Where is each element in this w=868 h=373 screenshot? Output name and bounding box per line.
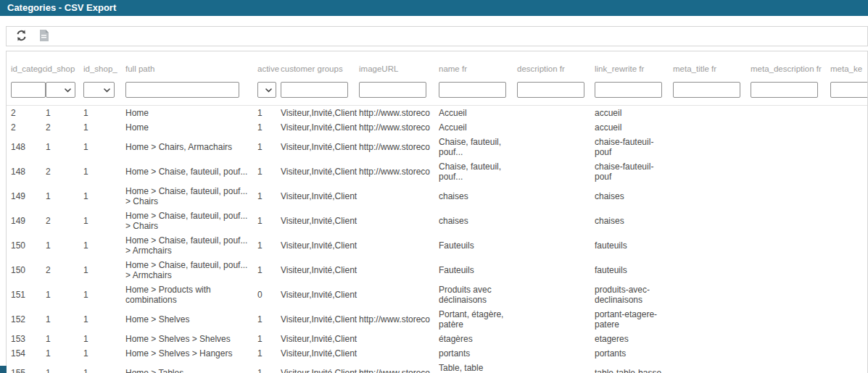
column-header-active[interactable]: active	[257, 51, 281, 77]
filter-cell-customer_groups	[281, 77, 359, 106]
cell-name_fr: Fauteuils	[439, 233, 517, 258]
cell-id_shop_group: 1	[83, 233, 125, 258]
cell-link_rewrite_fr: chaise-fauteuil-pouf	[595, 159, 673, 184]
column-header-id_shop_group[interactable]: id_shop_	[83, 51, 125, 77]
link_rewrite_fr-filter-input[interactable]	[595, 82, 662, 98]
table-row[interactable]: 14921Home > Chaise, fauteuil, pouf... > …	[7, 209, 868, 233]
cell-id_category: 151	[7, 282, 46, 307]
column-header-image_url[interactable]: imageURL	[359, 51, 439, 77]
cell-full_path: Home > Chaise, fauteuil, pouf... > Chair…	[125, 184, 257, 209]
cell-id_category: 150	[7, 233, 46, 258]
meta_description_fr-filter-input[interactable]	[751, 82, 818, 98]
cell-image_url	[359, 209, 439, 233]
table-row[interactable]: 15411Home > Shelves > Hangers1Visiteur,I…	[7, 346, 868, 361]
cell-full_path: Home	[125, 106, 257, 121]
cell-meta_title_fr	[673, 307, 751, 332]
cell-id_shop: 1	[46, 307, 83, 332]
cell-full_path: Home > Chaise, fauteuil, pouf...	[125, 159, 257, 184]
cell-name_fr: Accueil	[439, 106, 517, 121]
filter-cell-id_shop_group	[83, 77, 125, 106]
cell-link_rewrite_fr: portants	[595, 346, 673, 361]
id_shop_group-filter-select[interactable]	[83, 82, 115, 98]
cell-name_fr: chaises	[439, 184, 517, 209]
cell-meta_keywords_fr	[830, 282, 868, 307]
cell-image_url: http://www.storeco	[359, 135, 439, 159]
filter-cell-id_category	[7, 77, 46, 106]
cell-id_shop_group: 1	[83, 159, 125, 184]
description_fr-filter-input[interactable]	[517, 82, 584, 98]
cell-full_path: Home > Products with combinations	[125, 282, 257, 307]
cell-id_shop_group: 1	[83, 258, 125, 282]
table-row[interactable]: 15011Home > Chaise, fauteuil, pouf... > …	[7, 233, 868, 258]
cell-meta_description_fr	[751, 361, 830, 373]
cell-meta_keywords_fr	[830, 159, 868, 184]
column-header-link_rewrite_fr[interactable]: link_rewrite fr	[595, 51, 673, 77]
cell-id_shop_group: 1	[83, 106, 125, 121]
column-header-meta_title_fr[interactable]: meta_title fr	[673, 51, 751, 77]
meta_keywords_fr-filter-input[interactable]	[830, 82, 868, 98]
table-row[interactable]: 14821Home > Chaise, fauteuil, pouf...1Vi…	[7, 159, 868, 184]
cell-meta_title_fr	[673, 282, 751, 307]
cell-meta_description_fr	[751, 209, 830, 233]
table-row[interactable]: 221Home1Visiteur,Invité,Clienthttp://www…	[7, 120, 868, 135]
column-header-meta_keywords_fr[interactable]: meta_ke	[830, 51, 868, 77]
filter-cell-active	[257, 77, 281, 106]
column-header-full_path[interactable]: full path	[125, 51, 257, 77]
cell-customer_groups: Visiteur,Invité,Client	[281, 361, 359, 373]
image_url-filter-input[interactable]	[359, 82, 426, 98]
id_category-filter-input[interactable]	[11, 82, 46, 98]
meta_title_fr-filter-input[interactable]	[673, 82, 740, 98]
cell-id_category: 148	[7, 135, 46, 159]
cell-id_shop: 1	[46, 233, 83, 258]
cell-name_fr: étagères	[439, 332, 517, 346]
table-row[interactable]: 14811Home > Chairs, Armachairs1Visiteur,…	[7, 135, 868, 159]
cell-customer_groups: Visiteur,Invité,Client	[281, 184, 359, 209]
table-row[interactable]: 15211Home > Shelves1Visiteur,Invité,Clie…	[7, 307, 868, 332]
cell-image_url	[359, 282, 439, 307]
cell-customer_groups: Visiteur,Invité,Client	[281, 159, 359, 184]
cell-link_rewrite_fr: chaises	[595, 209, 673, 233]
table-row[interactable]: 211Home1Visiteur,Invité,Clienthttp://www…	[7, 106, 868, 121]
column-header-description_fr[interactable]: description fr	[517, 51, 595, 77]
cell-image_url	[359, 346, 439, 361]
column-header-meta_description_fr[interactable]: meta_description fr	[751, 51, 830, 77]
table-row[interactable]: 15511Home > Tables1Visiteur,Invité,Clien…	[7, 361, 868, 373]
column-header-id_shop[interactable]: id_shop	[46, 51, 83, 77]
column-header-id_category[interactable]: id_catego	[7, 51, 46, 77]
cell-meta_title_fr	[673, 120, 751, 135]
full_path-filter-input[interactable]	[125, 82, 239, 98]
data-grid: id_categoid_shopid_shop_full pathactivec…	[6, 51, 868, 373]
refresh-button[interactable]	[15, 30, 28, 43]
table-row[interactable]: 15021Home > Chaise, fauteuil, pouf... > …	[7, 258, 868, 282]
cell-link_rewrite_fr: fauteuils	[595, 233, 673, 258]
column-header-customer_groups[interactable]: customer groups	[281, 51, 359, 77]
header-row: id_categoid_shopid_shop_full pathactivec…	[7, 51, 868, 77]
active-filter-select[interactable]	[257, 82, 276, 98]
cell-meta_keywords_fr	[830, 258, 868, 282]
table-row[interactable]: 15311Home > Shelves > Shelves1Visiteur,I…	[7, 332, 868, 346]
cell-id_category: 149	[7, 184, 46, 209]
cell-customer_groups: Visiteur,Invité,Client	[281, 135, 359, 159]
cell-customer_groups: Visiteur,Invité,Client	[281, 106, 359, 121]
name_fr-filter-input[interactable]	[439, 82, 506, 98]
table-row[interactable]: 15111Home > Products with combinations0V…	[7, 282, 868, 307]
cell-description_fr	[517, 120, 595, 135]
cell-meta_keywords_fr	[830, 135, 868, 159]
categories-table: id_categoid_shopid_shop_full pathactivec…	[7, 51, 868, 373]
cell-name_fr: Chaise, fauteuil, pouf...	[439, 135, 517, 159]
cell-id_category: 155	[7, 361, 46, 373]
column-header-name_fr[interactable]: name fr	[439, 51, 517, 77]
cell-id_shop: 1	[46, 135, 83, 159]
chevron-down-icon	[64, 88, 72, 93]
export-file-button[interactable]	[39, 30, 49, 43]
cell-name_fr: Chaise, fauteuil, pouf...	[439, 159, 517, 184]
customer_groups-filter-input[interactable]	[281, 82, 348, 98]
cell-meta_keywords_fr	[830, 346, 868, 361]
export-file-icon	[39, 30, 49, 43]
cell-id_category: 2	[7, 120, 46, 135]
table-row[interactable]: 14911Home > Chaise, fauteuil, pouf... > …	[7, 184, 868, 209]
filter-cell-full_path	[125, 77, 257, 106]
id_shop-filter-select[interactable]	[46, 82, 75, 98]
cell-active: 1	[257, 332, 281, 346]
cell-meta_title_fr	[673, 233, 751, 258]
